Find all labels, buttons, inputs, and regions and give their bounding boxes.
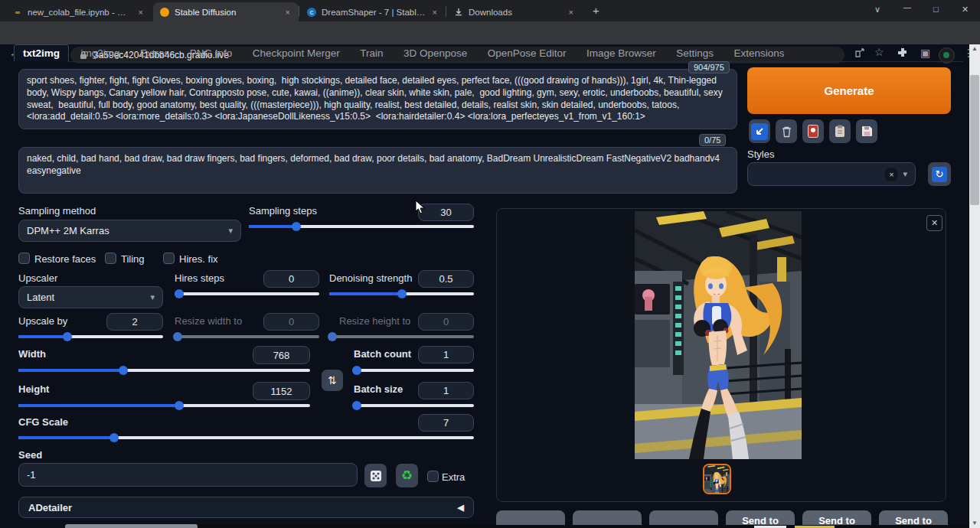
scrollbar-thumb[interactable] xyxy=(970,75,979,205)
tab-img2img[interactable]: img2img xyxy=(72,45,128,61)
clipped-element-edge xyxy=(65,524,198,528)
adetailer-accordion[interactable]: ADetailer ◀ xyxy=(18,497,474,518)
sampling-steps-input[interactable]: 30 xyxy=(418,204,474,221)
resize-width-input[interactable]: 0 xyxy=(263,313,319,331)
tab-settings[interactable]: Settings xyxy=(668,45,722,61)
upscaler-label: Upscaler xyxy=(18,272,57,284)
extra-networks-button[interactable] xyxy=(802,119,824,143)
browser-tab-colab[interactable]: ∞ new_colab_file.ipynb - Colaborat × xyxy=(6,2,152,21)
batch-size-label: Batch size xyxy=(354,383,403,395)
paste-arrow-icon xyxy=(751,123,768,140)
extra-seed-label: Extra xyxy=(442,471,465,483)
width-input[interactable]: 768 xyxy=(253,346,310,364)
hires-steps-slider[interactable] xyxy=(175,292,319,295)
upscale-by-slider[interactable] xyxy=(18,335,163,338)
restore-faces-label: Restore faces xyxy=(34,253,96,265)
batch-count-input[interactable]: 1 xyxy=(418,346,474,363)
chevron-down-icon: ▾ xyxy=(150,292,155,302)
sampling-method-select[interactable]: DPM++ 2M Karras ▾ xyxy=(18,220,241,242)
browser-tab-dreamshaper[interactable]: c DreamShaper - 7 | Stable Diffusio × xyxy=(300,2,446,21)
extra-seed-checkbox[interactable] xyxy=(427,471,439,482)
prompt-input[interactable]: sport shoes, fighter, fight, fight Glove… xyxy=(18,69,737,129)
tab-separator xyxy=(299,6,299,17)
generate-button[interactable]: Generate xyxy=(747,67,951,114)
denoising-slider[interactable] xyxy=(329,292,474,295)
cfg-scale-slider[interactable] xyxy=(18,436,474,439)
gradio-icon xyxy=(160,8,169,17)
accordion-arrow-icon: ◀ xyxy=(458,503,464,513)
negative-prompt-input[interactable]: naked, child, bad hand, bad draw, bad dr… xyxy=(18,147,737,194)
batch-count-label: Batch count xyxy=(354,348,411,360)
swap-dimensions-button[interactable]: ⇅ xyxy=(322,370,343,391)
width-slider[interactable] xyxy=(18,369,310,372)
sampling-steps-slider[interactable] xyxy=(249,225,474,228)
tab-3d-openpose[interactable]: 3D Openpose xyxy=(395,45,475,61)
browser-tab-stable-diffusion[interactable]: Stable Diffusion × xyxy=(153,2,299,21)
new-tab-button[interactable]: + xyxy=(593,4,599,17)
browser-tab-downloads[interactable]: Downloads × xyxy=(447,2,582,21)
upscaler-select[interactable]: Latent ▾ xyxy=(18,286,163,308)
mouse-cursor xyxy=(415,200,426,215)
maximize-button[interactable]: □ xyxy=(933,5,939,14)
resize-width-slider[interactable] xyxy=(175,335,319,338)
tab-close-icon[interactable]: × xyxy=(567,8,575,17)
generated-image[interactable] xyxy=(635,211,802,459)
scrollbar-down-icon[interactable]: ▼ xyxy=(969,519,980,528)
prompt-token-counter: 904/975 xyxy=(688,61,730,73)
random-seed-button[interactable] xyxy=(364,464,387,487)
paste-params-button[interactable] xyxy=(749,119,770,143)
close-image-icon[interactable]: ✕ xyxy=(926,215,942,231)
tab-image-browser[interactable]: Image Browser xyxy=(578,45,665,61)
tiling-label: Tiling xyxy=(121,253,145,265)
styles-select[interactable]: × ▾ xyxy=(747,162,916,186)
tab-checkpoint-merger[interactable]: Checkpoint Merger xyxy=(244,45,348,61)
tab-txt2img[interactable]: txt2img xyxy=(14,44,69,62)
hires-fix-checkbox[interactable] xyxy=(163,253,175,264)
reuse-seed-button[interactable]: ♻ xyxy=(396,464,418,487)
window-chevron-icon[interactable]: ∨ xyxy=(874,5,880,15)
chevron-down-icon: ▾ xyxy=(903,169,907,179)
tab-openpose-editor[interactable]: OpenPose Editor xyxy=(479,45,575,61)
resize-height-input[interactable]: 0 xyxy=(418,313,474,331)
tab-extras[interactable]: Extras xyxy=(132,45,178,61)
denoising-input[interactable]: 0.5 xyxy=(418,270,474,288)
upscale-by-label: Upscale by xyxy=(18,315,67,327)
sampling-method-value: DPM++ 2M Karras xyxy=(27,225,109,236)
close-window-button[interactable]: ✕ xyxy=(962,5,969,15)
refresh-styles-button[interactable]: ↻ xyxy=(928,162,951,186)
height-slider[interactable] xyxy=(18,404,310,407)
height-input[interactable]: 1152 xyxy=(253,382,310,400)
restore-faces-checkbox[interactable] xyxy=(18,253,30,264)
tiling-checkbox[interactable] xyxy=(105,253,116,264)
minimize-button[interactable]: — xyxy=(903,3,911,11)
clear-prompt-button[interactable] xyxy=(776,119,797,143)
tab-title: new_colab_file.ipynb - Colaborat xyxy=(28,8,132,17)
batch-size-input[interactable]: 1 xyxy=(418,382,474,399)
apply-styles-button[interactable] xyxy=(829,119,851,143)
width-label: Width xyxy=(18,348,46,360)
clipboard-icon xyxy=(835,125,845,138)
tab-close-icon[interactable]: × xyxy=(137,8,145,17)
floppy-icon xyxy=(861,125,873,137)
cfg-scale-input[interactable]: 7 xyxy=(418,414,474,432)
batch-size-slider[interactable] xyxy=(354,404,474,407)
upscale-by-input[interactable]: 2 xyxy=(106,313,163,331)
save-style-button[interactable] xyxy=(856,119,877,143)
tab-close-icon[interactable]: × xyxy=(431,8,439,17)
clear-styles-icon[interactable]: × xyxy=(884,168,898,181)
tab-title: Downloads xyxy=(469,8,562,17)
tab-separator xyxy=(446,6,446,17)
tab-extensions[interactable]: Extensions xyxy=(725,45,792,61)
resize-height-slider[interactable] xyxy=(329,335,474,338)
seed-label: Seed xyxy=(18,449,42,461)
seed-input[interactable]: -1 xyxy=(18,463,358,487)
scrollbar-up-icon[interactable]: ▲ xyxy=(969,44,980,54)
batch-count-slider[interactable] xyxy=(354,369,474,372)
gallery-thumbnail-selected[interactable] xyxy=(703,464,731,494)
hires-steps-input[interactable]: 0 xyxy=(263,270,319,288)
trash-icon xyxy=(781,125,792,138)
tab-png-info[interactable]: PNG Info xyxy=(181,45,241,61)
tab-train[interactable]: Train xyxy=(351,45,391,61)
resize-width-label: Resize width to xyxy=(175,315,242,327)
tab-close-icon[interactable]: × xyxy=(284,8,292,17)
